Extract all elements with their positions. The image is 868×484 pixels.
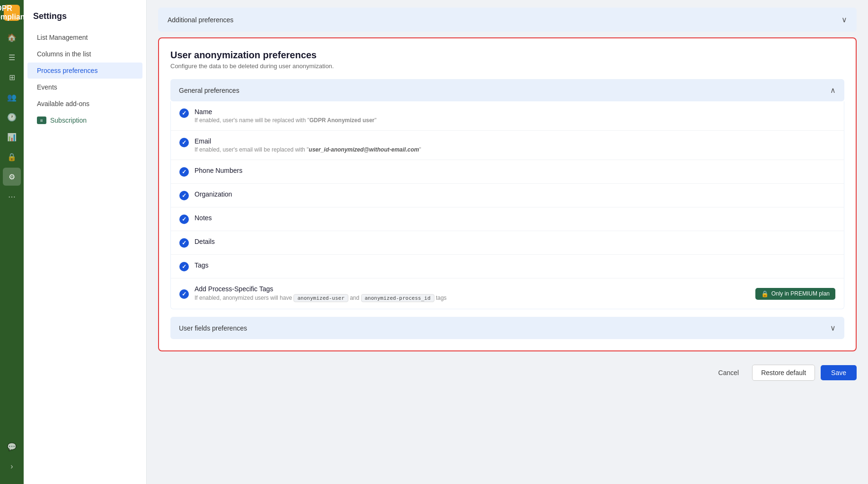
panel-subtitle: Configure the data to be deleted during … [170, 63, 844, 70]
subscription-icon: ≡ [37, 117, 46, 124]
nav-chart-icon[interactable]: 📊 [3, 128, 21, 146]
process-tags-label: Add Process-Specific Tags [195, 285, 750, 293]
user-fields-section: User fields preferences ∨ [170, 317, 844, 339]
sidebar-item-process-preferences[interactable]: Process preferences [27, 63, 142, 79]
details-checkbox[interactable] [179, 238, 189, 248]
email-label: Email [195, 137, 835, 145]
notes-label: Notes [195, 214, 835, 222]
organization-label: Organization [195, 190, 835, 198]
nav-settings-icon[interactable]: ⚙ [3, 168, 21, 186]
sidebar: Settings List Management Columns in the … [24, 0, 147, 484]
organization-content: Organization [195, 190, 835, 198]
name-desc: If enabled, user's name will be replaced… [195, 117, 835, 124]
pref-row-process-tags: Add Process-Specific Tags If enabled, an… [171, 278, 844, 309]
nav-grid-icon[interactable]: ⊞ [3, 68, 21, 86]
nav-expand-icon[interactable]: › [3, 457, 21, 475]
details-label: Details [195, 238, 835, 245]
tag-anonymized-process-id: anonymized-process_id [361, 294, 434, 302]
process-tags-checkbox[interactable] [179, 289, 189, 299]
details-content: Details [195, 238, 835, 245]
user-fields-header[interactable]: User fields preferences ∨ [170, 317, 844, 339]
sidebar-title: Settings [24, 8, 146, 29]
user-fields-chevron-down-icon: ∨ [830, 323, 836, 332]
email-content: Email If enabled, user's email will be r… [195, 137, 835, 153]
nav-clock-icon[interactable]: 🕐 [3, 108, 21, 126]
nav-menu-icon[interactable]: ☰ [3, 48, 21, 66]
process-tags-content: Add Process-Specific Tags If enabled, an… [195, 285, 750, 302]
pref-row-name: Name If enabled, user's name will be rep… [171, 101, 844, 131]
pref-row-organization: Organization [171, 184, 844, 207]
nav-users-icon[interactable]: 👥 [3, 88, 21, 106]
icon-bar: GDPR Compliance 🏠 ☰ ⊞ 👥 🕐 📊 🔒 ⚙ ⋯ 💬 › [0, 0, 24, 484]
tags-checkbox[interactable] [179, 262, 189, 271]
nav-chat-icon[interactable]: 💬 [3, 438, 21, 456]
pref-row-details: Details [171, 231, 844, 255]
chevron-up-icon: ∧ [830, 86, 836, 95]
pref-row-phone: Phone Numbers [171, 160, 844, 184]
sidebar-item-subscription[interactable]: ≡ Subscription [27, 112, 142, 128]
notes-content: Notes [195, 214, 835, 222]
chevron-down-icon: ∨ [841, 15, 847, 24]
pref-row-email: Email If enabled, user's email will be r… [171, 131, 844, 160]
sidebar-item-columns[interactable]: Columns in the list [27, 46, 142, 62]
cancel-button[interactable]: Cancel [711, 365, 747, 380]
pref-row-tags: Tags [171, 255, 844, 278]
name-label: Name [195, 108, 835, 116]
phone-checkbox[interactable] [179, 167, 189, 177]
phone-content: Phone Numbers [195, 167, 835, 174]
nav-dots-icon[interactable]: ⋯ [3, 188, 21, 206]
panel-title: User anonymization preferences [170, 50, 844, 61]
tags-label: Tags [195, 261, 835, 269]
pref-row-notes: Notes [171, 207, 844, 231]
user-fields-label: User fields preferences [179, 324, 247, 332]
footer: Cancel Restore default Save [158, 357, 857, 383]
general-preferences-body: Name If enabled, user's name will be rep… [170, 101, 844, 309]
email-checkbox[interactable] [179, 138, 189, 147]
premium-label: Only in PREMIUM plan [771, 290, 830, 297]
main-content: Additional preferences ∨ User anonymizat… [147, 0, 868, 484]
user-anonymization-panel: User anonymization preferences Configure… [158, 37, 857, 351]
lock-icon: 🔒 [761, 290, 769, 297]
email-desc: If enabled, user's email will be replace… [195, 146, 835, 153]
name-checkbox[interactable] [179, 108, 189, 118]
additional-preferences-label: Additional preferences [168, 16, 233, 24]
general-preferences-header[interactable]: General preferences ∧ [170, 79, 844, 101]
process-tags-desc: If enabled, anonymized users will have a… [195, 294, 750, 302]
phone-label: Phone Numbers [195, 167, 835, 174]
sidebar-item-events[interactable]: Events [27, 79, 142, 95]
sidebar-item-list-management[interactable]: List Management [27, 29, 142, 45]
tag-anonymized-user: anonymized-user [293, 294, 348, 302]
additional-preferences-card[interactable]: Additional preferences ∨ [158, 8, 857, 32]
notes-checkbox[interactable] [179, 215, 189, 224]
nav-home-icon[interactable]: 🏠 [3, 28, 21, 46]
organization-checkbox[interactable] [179, 191, 189, 200]
premium-badge: 🔒 Only in PREMIUM plan [755, 288, 835, 300]
restore-default-button[interactable]: Restore default [752, 365, 815, 381]
general-preferences-label: General preferences [179, 87, 239, 94]
tags-content: Tags [195, 261, 835, 269]
sidebar-item-addons[interactable]: Available add-ons [27, 96, 142, 112]
name-content: Name If enabled, user's name will be rep… [195, 108, 835, 124]
save-button[interactable]: Save [821, 365, 857, 380]
nav-lock-icon[interactable]: 🔒 [3, 148, 21, 166]
app-logo: GDPR Compliance [4, 5, 20, 21]
